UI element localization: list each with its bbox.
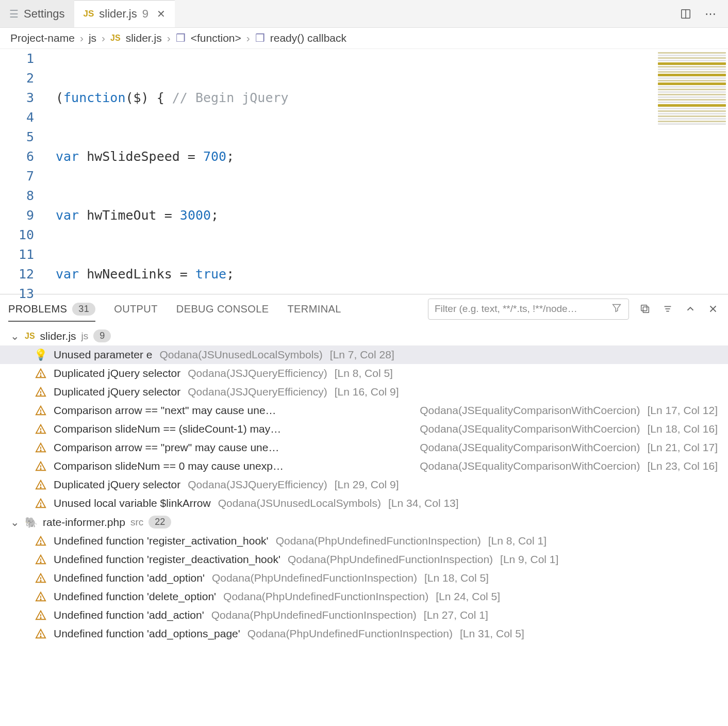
code-area[interactable]: (function($) { // Begin jQuery var hwSli… — [47, 49, 728, 294]
crumb-scope[interactable]: ready() callback — [270, 32, 346, 44]
settings-icon: ☰ — [9, 8, 19, 20]
problem-message: Comparison slideNum == (slideCount-1) ma… — [54, 423, 281, 435]
problem-row[interactable]: Undefined function 'add_action'Qodana(Ph… — [0, 606, 728, 624]
file-group-header[interactable]: ⌄JSslider.jsjs9 — [0, 326, 728, 345]
problem-source: Qodana(JSEqualityComparisonWithCoercion) — [420, 441, 640, 454]
crumb-project[interactable]: Project-name — [10, 32, 75, 44]
collapse-all-icon[interactable] — [661, 302, 674, 316]
problem-source: Qodana(PhpUndefinedFunctionInspection) — [223, 590, 428, 603]
tab-slider-js[interactable]: JS slider.js 9 ✕ — [74, 0, 175, 27]
crumb-scope[interactable]: <function> — [191, 32, 241, 44]
problem-row[interactable]: Undefined function 'register_activation_… — [0, 532, 728, 550]
warning-icon — [35, 498, 46, 509]
problem-source: Qodana(PhpUndefinedFunctionInspection) — [247, 628, 453, 640]
copy-icon[interactable] — [638, 302, 652, 316]
line-number: 3 — [0, 88, 34, 108]
problem-row[interactable]: Comparison arrow == "next" may cause une… — [0, 401, 728, 420]
problem-location: [Ln 9, Col 1] — [500, 553, 558, 566]
problem-row[interactable]: Comparison arrow == "prew" may cause une… — [0, 438, 728, 457]
close-icon[interactable]: ✕ — [157, 8, 166, 20]
problem-row[interactable]: Duplicated jQuery selectorQodana(JSJQuer… — [0, 475, 728, 494]
code-line[interactable]: var hwSlideSpeed = 700; — [47, 147, 728, 167]
warning-icon — [35, 386, 46, 398]
tab-debug-console[interactable]: DEBUG CONSOLE — [176, 303, 269, 315]
svg-point-22 — [40, 487, 41, 488]
code-line[interactable]: (function($) { // Begin jQuery — [47, 88, 728, 108]
line-number: 9 — [0, 206, 34, 225]
more-icon[interactable]: ⋯ — [703, 7, 718, 21]
line-number: 11 — [0, 245, 34, 265]
problem-message: Undefined function 'delete_option' — [54, 590, 216, 603]
tab-dirty-count: 9 — [142, 7, 148, 21]
problem-location: [Ln 7, Col 28] — [330, 349, 394, 361]
problem-source: Qodana(JSUnusedLocalSymbols) — [218, 497, 381, 509]
problem-row[interactable]: Undefined function 'delete_option'Qodana… — [0, 587, 728, 606]
problem-row[interactable]: Duplicated jQuery selectorQodana(JSJQuer… — [0, 383, 728, 401]
js-icon: JS — [25, 332, 35, 341]
lightbulb-icon: 💡 — [35, 349, 46, 361]
problem-row[interactable]: 💡Unused parameter eQodana(JSUnusedLocalS… — [0, 345, 728, 364]
svg-point-10 — [40, 376, 41, 376]
warning-icon — [35, 535, 46, 547]
tab-problems[interactable]: PROBLEMS 31 — [8, 303, 95, 322]
svg-rect-2 — [643, 307, 649, 312]
problem-row[interactable]: Undefined function 'add_option'Qodana(Ph… — [0, 569, 728, 587]
problem-source: Qodana(PhpUndefinedFunctionInspection) — [288, 553, 493, 566]
warning-icon — [35, 423, 46, 435]
minimap[interactable] — [656, 49, 728, 183]
line-number: 10 — [0, 225, 34, 245]
problem-message: Comparison slideNum == 0 may cause unexp… — [54, 460, 284, 472]
svg-point-30 — [40, 581, 41, 581]
split-editor-icon[interactable] — [679, 7, 693, 21]
problem-source: Qodana(JSJQueryEfficiency) — [188, 478, 327, 491]
problem-location: [Ln 18, Col 16] — [647, 423, 718, 435]
code-line[interactable]: var hwNeedLinks = true; — [47, 265, 728, 284]
tab-terminal[interactable]: TERMINAL — [287, 303, 341, 315]
file-name: rate-informer.php — [43, 516, 125, 529]
problem-source: Qodana(PhpUndefinedFunctionInspection) — [276, 535, 481, 547]
filter-icon[interactable] — [611, 302, 622, 316]
close-panel-icon[interactable] — [706, 302, 720, 316]
problem-row[interactable]: Comparison slideNum == 0 may cause unexp… — [0, 457, 728, 475]
warning-icon — [35, 442, 46, 453]
problem-row[interactable]: Duplicated jQuery selectorQodana(JSJQuer… — [0, 364, 728, 383]
tab-settings[interactable]: ☰ Settings — [0, 0, 74, 27]
problems-list[interactable]: ⌄JSslider.jsjs9💡Unused parameter eQodana… — [0, 323, 728, 646]
problem-location: [Ln 8, Col 5] — [335, 367, 393, 380]
problem-message: Undefined function 'add_option' — [54, 572, 205, 584]
problem-row[interactable]: Comparison slideNum == (slideCount-1) ma… — [0, 420, 728, 438]
problem-row[interactable]: Unused local variable $linkArrowQodana(J… — [0, 494, 728, 513]
warning-icon — [35, 368, 46, 379]
line-number: 1 — [0, 49, 34, 69]
problem-message: Unused local variable $linkArrow — [54, 497, 211, 509]
code-line[interactable]: var hwTimeOut = 3000; — [47, 206, 728, 225]
problem-message: Comparison arrow == "next" may cause une… — [54, 404, 276, 417]
filter-input[interactable]: Filter (e.g. text, **/*.ts, !**/node… — [428, 299, 629, 320]
chevron-down-icon: ⌄ — [10, 516, 20, 529]
crumb-file[interactable]: slider.js — [126, 32, 162, 44]
problem-message: Undefined function 'register_activation_… — [54, 535, 269, 547]
tab-output[interactable]: OUTPUT — [114, 303, 158, 315]
problem-message: Duplicated jQuery selector — [54, 367, 180, 380]
warning-icon — [35, 609, 46, 621]
panel-tab-bar: PROBLEMS 31 OUTPUT DEBUG CONSOLE TERMINA… — [0, 294, 728, 323]
warning-icon — [35, 479, 46, 490]
crumb-folder[interactable]: js — [89, 32, 96, 44]
chevron-up-icon[interactable] — [684, 302, 697, 316]
problem-source: Qodana(JSUnusedLocalSymbols) — [159, 349, 322, 361]
problem-message: Unused parameter e — [54, 349, 152, 361]
chevron-right-icon: › — [80, 32, 84, 44]
problem-location: [Ln 16, Col 9] — [335, 386, 399, 398]
file-problem-count: 9 — [93, 329, 111, 342]
problem-message: Duplicated jQuery selector — [54, 386, 180, 398]
editor[interactable]: 1 2 3 4 5 6 7 8 9 10 11 12 13 (function(… — [0, 48, 728, 294]
problem-row[interactable]: Undefined function 'add_options_page'Qod… — [0, 624, 728, 643]
problem-source: Qodana(JSJQueryEfficiency) — [188, 386, 327, 398]
svg-point-14 — [40, 413, 41, 414]
problem-row[interactable]: Undefined function 'register_deactivatio… — [0, 550, 728, 569]
line-number: 2 — [0, 69, 34, 88]
problem-source: Qodana(JSJQueryEfficiency) — [188, 367, 327, 380]
file-path: js — [81, 331, 89, 342]
file-group-header[interactable]: ⌄🐘rate-informer.phpsrc22 — [0, 513, 728, 532]
php-icon: 🐘 — [25, 516, 38, 529]
